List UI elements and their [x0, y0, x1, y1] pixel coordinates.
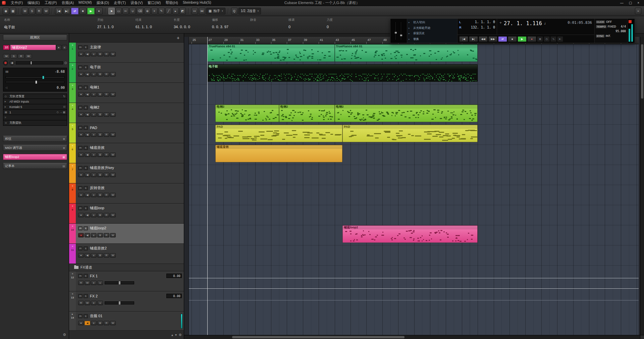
play-tool[interactable]: ▸ — [172, 8, 179, 14]
inspector-solo-button[interactable]: S — [10, 54, 17, 58]
toolbar-mute-all-button[interactable]: M — [22, 8, 28, 14]
midi-clip-7[interactable]: PAD — [342, 125, 478, 142]
inspector-track-name[interactable]: 铺底loop2 — [10, 45, 56, 50]
track-write-automation-button[interactable]: W — [110, 173, 116, 177]
midi-clip-1[interactable]: TruePianos x64 01 — [335, 44, 478, 62]
close-button[interactable]: × — [637, 1, 639, 5]
menu-audio[interactable]: 音频(A) — [59, 0, 76, 5]
transport-jog-button[interactable]: ∿ — [550, 36, 556, 42]
track-mute-button[interactable]: m — [78, 294, 83, 298]
zoom-tool[interactable]: ⊕ — [144, 8, 151, 14]
track-monitor-button[interactable]: ◀ — [85, 173, 90, 177]
transport-pre-roll-button[interactable]: ⇤ — [557, 36, 563, 42]
click-status-row[interactable]: CLICK OFF — [596, 20, 626, 23]
menu-media[interactable]: 媒体(D) — [94, 0, 111, 5]
track-edit-inplace-button[interactable]: ≣ — [97, 253, 103, 258]
primary-time-display[interactable]: 27. 1. 1.116 — [504, 20, 542, 26]
menu-steinberg-hub[interactable]: Steinberg Hub(S) — [180, 0, 214, 5]
track-mute-button[interactable]: m — [78, 126, 83, 130]
fx-edit-channel-button[interactable]: e — [91, 281, 97, 285]
record-enable-button[interactable] — [3, 60, 8, 65]
audio-edit-inplace-button[interactable]: ≣ — [97, 321, 103, 325]
midi-clip-9[interactable]: 铺底loop2 — [342, 225, 478, 243]
infoline-value-name[interactable]: 电子鼓 — [4, 25, 97, 30]
track-edit-inplace-button[interactable]: ≣ — [97, 112, 103, 117]
track-monitor-button[interactable]: ◀ — [85, 213, 90, 217]
track-write-automation-button[interactable]: W — [110, 52, 116, 56]
transport-arranger-mode-button[interactable]: ≣ — [537, 36, 543, 42]
track-solo-button[interactable]: s — [84, 45, 88, 49]
track-read-automation-button[interactable]: R — [104, 153, 109, 157]
track-edit-inplace-button[interactable]: ≣ — [97, 92, 103, 97]
track-edit-channel-button[interactable]: e — [91, 173, 97, 177]
track-edit-channel-button[interactable]: e — [91, 132, 97, 137]
volume-value[interactable]: -8.68 — [55, 70, 65, 73]
track-edit-channel-button[interactable]: e — [91, 72, 97, 76]
track-record-arm-button[interactable]: ● — [78, 92, 84, 97]
track-row-2[interactable]: ≡2ms电子鼓●◀e≣RW — [69, 63, 184, 83]
fx-fader-handle[interactable] — [119, 281, 120, 284]
inspector-section-notepad[interactable]: 记事本▤ — [3, 163, 67, 169]
expand-track-name-button[interactable]: ▸ — [56, 45, 61, 50]
track-read-automation-button[interactable]: R — [104, 193, 109, 197]
track-solo-button[interactable]: s — [84, 186, 88, 190]
freeze-button[interactable]: ⊙ — [64, 61, 67, 65]
inspector-field-program[interactable]: ⊙无数据轨 — [3, 120, 67, 126]
snap-button[interactable]: ⋈ — [199, 8, 205, 14]
toolbar-write-all-button[interactable]: W — [43, 8, 49, 14]
inspector-section-midi-modifiers[interactable]: MIDI 调节器≣ — [3, 145, 67, 151]
fx-write-automation-button[interactable]: W — [85, 301, 90, 305]
snap-type-dropdown[interactable]: ▦ 拍子 ▾ — [206, 8, 225, 14]
inspector-field-output-routing[interactable]: ▸Kontakt 5⊡ — [3, 104, 67, 110]
track-mute-button[interactable]: m — [78, 146, 83, 150]
infoline-value-offset[interactable]: 0. 0. 3. 97 — [212, 25, 250, 29]
track-mute-button[interactable]: m — [78, 274, 83, 278]
track-monitor-button[interactable]: ◀ — [85, 132, 90, 137]
fx-track-row-12[interactable]: ≡12msFX 10.00RWe∪ — [69, 271, 184, 291]
audio-monitor-button[interactable]: ◀ — [85, 321, 90, 325]
tempo-value[interactable]: 95.000 — [615, 30, 626, 33]
infoline-value-transpose[interactable]: 0 — [288, 25, 327, 29]
track-write-automation-button[interactable]: W — [110, 193, 116, 197]
time-signature[interactable]: 4/4 — [621, 25, 626, 28]
track-write-automation-button[interactable]: W — [110, 72, 116, 76]
track-row-1[interactable]: ≡1ms主旋律●◀e≣RW — [69, 43, 184, 63]
midi-clip-6[interactable]: PAD — [215, 125, 342, 142]
gear-icon[interactable]: ⚙ — [179, 333, 182, 337]
inspector-field-track-preset[interactable]: ◇无轨道预置↻ — [3, 94, 67, 99]
track-monitor-button[interactable]: ◀ — [85, 72, 90, 76]
transport-forward-button[interactable]: ▶▶ — [488, 36, 497, 42]
fx-fader-handle[interactable] — [119, 301, 120, 304]
right-locator-value[interactable]: 132. 1. 1. 0 — [471, 25, 495, 29]
track-mute-button[interactable]: m — [78, 206, 83, 210]
track-solo-button[interactable]: s — [84, 126, 88, 130]
audio-edit-channel-button[interactable]: e — [91, 321, 97, 325]
track-solo-button[interactable]: s — [84, 86, 88, 90]
audio-track-row-14[interactable]: ▸14ms音频 01●◀e≣RW — [69, 312, 184, 331]
midi-clip-8[interactable]: 铺底音效 — [215, 145, 342, 162]
activate-project-button[interactable]: ◉ — [3, 8, 9, 14]
track-monitor-button[interactable]: ◀ — [85, 52, 90, 56]
midi-clip-2[interactable]: 电子鼓 — [207, 64, 478, 82]
line-tool[interactable]: ╱ — [165, 8, 172, 14]
quantize-preset-dropdown[interactable]: 1/2. 2连音 ▾ — [238, 8, 261, 14]
transport-rewind-button[interactable]: ◀◀ — [479, 36, 488, 42]
track-monitor-button[interactable]: ◀ — [85, 153, 90, 157]
infoline-value-start[interactable]: 27. 1. 1. 0 — [97, 25, 136, 29]
transport-stop-button[interactable]: ■ — [508, 36, 517, 42]
toolbar-solo-all-button[interactable]: S — [29, 8, 35, 14]
menu-file[interactable]: 文件(F) — [8, 0, 25, 5]
track-edit-channel-button[interactable]: e — [91, 213, 97, 217]
inspector-read-button[interactable]: R — [18, 54, 24, 58]
window-layout-button[interactable]: ▦ — [10, 8, 16, 14]
toolbar-read-all-button[interactable]: R — [36, 8, 42, 14]
menu-window[interactable]: 窗口(W) — [145, 0, 163, 5]
track-write-automation-button[interactable]: W — [110, 112, 116, 117]
track-read-automation-button[interactable]: R — [104, 72, 109, 76]
track-solo-button[interactable]: s — [84, 226, 88, 230]
secondary-time-display[interactable]: 0:01:05.836 — [568, 20, 592, 25]
midi-clip-5[interactable]: 电钢2 — [335, 105, 478, 122]
track-record-arm-button[interactable]: ● — [78, 213, 84, 217]
edit-channel-button[interactable]: e — [62, 45, 67, 50]
transport-mode-keep-history[interactable]: ▸保留历史 — [409, 31, 456, 36]
